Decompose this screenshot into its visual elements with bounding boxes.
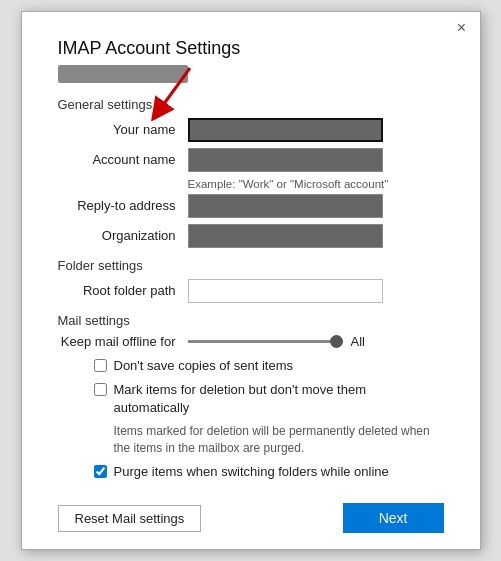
root-folder-input[interactable]	[188, 279, 383, 303]
next-button[interactable]: Next	[343, 503, 444, 533]
organization-label: Organization	[58, 228, 188, 243]
account-name-row: Account name	[58, 148, 444, 172]
mark-deletion-row: Mark items for deletion but don't move t…	[94, 381, 444, 417]
general-settings-label: General settings	[58, 97, 444, 112]
mail-settings-label: Mail settings	[58, 313, 444, 328]
account-name-input[interactable]	[188, 148, 383, 172]
no-sent-copies-row: Don't save copies of sent items	[94, 357, 444, 375]
example-text: Example: "Work" or "Microsoft account"	[188, 178, 444, 190]
slider-thumb	[330, 335, 343, 348]
root-folder-row: Root folder path	[58, 279, 444, 303]
no-sent-copies-checkbox[interactable]	[94, 359, 107, 372]
your-name-input[interactable]	[188, 118, 383, 142]
folder-settings-label: Folder settings	[58, 258, 444, 273]
reply-to-input[interactable]	[188, 194, 383, 218]
dialog-footer: Reset Mail settings Next	[22, 491, 480, 533]
keep-mail-slider-track	[188, 340, 343, 343]
purge-checkbox[interactable]	[94, 465, 107, 478]
organization-input[interactable]	[188, 224, 383, 248]
account-name-label: Account name	[58, 152, 188, 167]
reset-mail-settings-button[interactable]: Reset Mail settings	[58, 505, 202, 532]
reply-to-label: Reply-to address	[58, 198, 188, 213]
dialog-window: × IMAP Account Settings General settings…	[21, 11, 481, 550]
mark-deletion-label: Mark items for deletion but don't move t…	[114, 381, 444, 417]
dialog-body: IMAP Account Settings General settings Y…	[22, 38, 480, 481]
title-bar: ×	[22, 12, 480, 38]
root-folder-label: Root folder path	[58, 283, 188, 298]
keep-mail-row: Keep mail offline for All	[58, 334, 444, 349]
no-sent-copies-label: Don't save copies of sent items	[114, 357, 294, 375]
dialog-title: IMAP Account Settings	[58, 38, 444, 59]
reply-to-row: Reply-to address	[58, 194, 444, 218]
deletion-note: Items marked for deletion will be perman…	[114, 423, 444, 457]
close-button[interactable]: ×	[452, 18, 472, 38]
organization-row: Organization	[58, 224, 444, 248]
your-name-label: Your name	[58, 122, 188, 137]
keep-mail-label: Keep mail offline for	[58, 334, 188, 349]
your-name-row: Your name	[58, 118, 444, 142]
mark-deletion-checkbox[interactable]	[94, 383, 107, 396]
title-underline-decoration	[58, 65, 188, 83]
all-label: All	[351, 334, 365, 349]
purge-row: Purge items when switching folders while…	[94, 463, 444, 481]
purge-label: Purge items when switching folders while…	[114, 463, 389, 481]
